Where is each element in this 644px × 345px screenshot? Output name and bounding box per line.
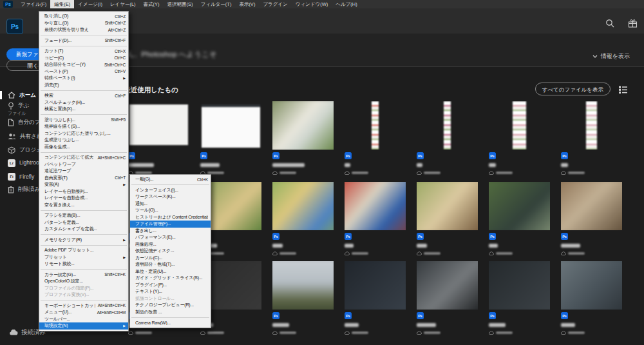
edit-menu-item[interactable]: Adobe PDF プリセット... [39, 247, 128, 254]
menubar-item[interactable]: ウィンドウ(W) [292, 0, 332, 8]
recent-file-card[interactable]: Ps [417, 182, 478, 255]
recent-file-card[interactable]: Ps [417, 261, 478, 335]
edit-menu-item[interactable]: 空を置き換え... [39, 202, 128, 209]
edit-menu-item[interactable]: プロファイル変換(V)... [39, 291, 128, 299]
recent-file-card[interactable]: Ps [489, 101, 550, 175]
menubar-item[interactable]: 選択範囲(S) [164, 0, 197, 8]
recent-file-card[interactable]: Ps [561, 182, 622, 255]
edit-menu-item[interactable]: 境界線を描く(S)... [39, 123, 128, 130]
edit-menu-item[interactable]: 変形(A)▶ [39, 181, 128, 188]
edit-menu-item[interactable]: ブラシを定義(B)... [39, 212, 128, 219]
edit-menu-item[interactable]: キーボードショートカット...Alt+Shift+Ctrl+K [39, 302, 128, 310]
pref-submenu-item[interactable]: 仮想記憶ディスク... [130, 248, 211, 255]
pref-submenu-item[interactable]: ツール(O)... [130, 207, 211, 214]
menubar-item[interactable]: 表示(V) [235, 0, 259, 8]
pref-submenu-item[interactable]: 通知... [130, 201, 211, 208]
edit-menu-item[interactable]: 塗りつぶし(L)...Shift+F5 [39, 117, 128, 124]
pref-submenu-item[interactable]: ガイド・グリッド・スライス(S)... [130, 275, 211, 282]
recent-file-card[interactable]: Ps [128, 101, 189, 175]
file-thumbnail[interactable] [345, 101, 406, 150]
edit-menu-item[interactable]: リモート接続... [39, 261, 128, 268]
pref-submenu-item[interactable]: パフォーマンス(E)... [130, 234, 211, 241]
edit-menu-item[interactable]: カラー設定(G)...Shift+Ctrl+K [39, 271, 128, 279]
file-thumbnail[interactable] [345, 182, 406, 230]
pref-submenu-item[interactable]: Camera Raw(W)... [130, 319, 211, 326]
show-info-toggle[interactable]: 情報を表示 [592, 52, 630, 61]
menubar-item[interactable]: ファイル(F) [17, 0, 50, 8]
edit-menu-item[interactable]: 検索Ctrl+F [39, 92, 128, 99]
recent-file-card[interactable]: Ps [200, 101, 261, 175]
edit-menu-item[interactable]: プリセット▶ [39, 254, 128, 261]
file-thumbnail[interactable] [417, 261, 478, 310]
recent-file-card[interactable]: Ps [561, 261, 622, 335]
file-thumbnail[interactable] [128, 101, 189, 150]
edit-menu-item[interactable]: 検索と置換(X)... [39, 106, 128, 113]
recent-file-card[interactable]: Ps [345, 182, 406, 255]
recent-file-card[interactable]: Ps [272, 261, 334, 335]
edit-menu-item[interactable]: 結合部分をコピー(Y)Shift+Ctrl+C [39, 61, 128, 68]
recent-file-card[interactable]: Ps [489, 182, 550, 255]
file-thumbnail[interactable] [417, 101, 478, 150]
file-thumbnail[interactable] [561, 182, 622, 230]
pref-submenu-item[interactable]: 拡張コントロール... [130, 295, 211, 302]
edit-menu-item[interactable]: メモリをクリア(R)▶ [39, 237, 128, 244]
edit-menu-item[interactable]: 生成塗りつぶし... [39, 137, 128, 144]
edit-menu-item[interactable]: 取り消し(O)Ctrl+Z [39, 13, 128, 20]
edit-menu-item[interactable]: 自由変形(T)Ctrl+T [39, 175, 128, 182]
file-thumbnail[interactable] [561, 261, 622, 310]
edit-menu-item[interactable]: 消去(E) [39, 82, 128, 89]
pref-submenu-item[interactable]: 単位・定規(U)... [130, 268, 211, 275]
menubar-item[interactable]: イメージ(I) [74, 0, 106, 8]
menubar-item[interactable]: フィルター(T) [197, 0, 236, 8]
edit-menu-item[interactable]: メニュー(U)...Alt+Shift+Ctrl+M [39, 309, 128, 316]
pref-submenu-item[interactable]: テキスト(Y)... [130, 288, 211, 295]
recent-file-card[interactable]: Ps [417, 101, 478, 175]
menubar-item[interactable]: 編集(E) [50, 0, 74, 8]
file-thumbnail[interactable] [272, 182, 334, 230]
edit-menu-item[interactable]: パペットワープ [39, 161, 128, 168]
edit-menu-item[interactable]: カスタムシェイプを定義... [39, 226, 128, 233]
file-thumbnail[interactable] [489, 182, 550, 230]
edit-menu-item[interactable]: パターンを定義... [39, 219, 128, 226]
list-view-icon[interactable] [618, 85, 628, 94]
pref-submenu-item[interactable]: ファイル管理(F)... [130, 221, 211, 228]
pref-submenu-item[interactable]: ヒストリーおよび Content Credentials(H)... [130, 214, 211, 221]
pref-submenu-item[interactable]: 製品の改善 ... [130, 309, 211, 316]
edit-menu-item[interactable]: コンテンツに応じて拡大・縮小Alt+Shift+Ctrl+C [39, 154, 128, 161]
edit-menu-item[interactable]: コピー(C)Ctrl+C [39, 55, 128, 62]
show-all-files-button[interactable]: すべてのファイルを表示 [535, 83, 611, 95]
file-thumbnail[interactable] [345, 261, 406, 310]
pref-submenu-item[interactable]: 一般(G)...Ctrl+K [130, 176, 211, 183]
file-thumbnail[interactable] [272, 261, 334, 310]
pref-submenu-item[interactable]: ワークスペース(K)... [130, 193, 211, 201]
edit-menu-item[interactable]: スペルチェック(H)... [39, 99, 128, 106]
edit-menu-item[interactable]: ツールバー... [39, 316, 128, 323]
pref-submenu-item[interactable]: 透明部分・色域(T)... [130, 261, 211, 268]
recent-file-card[interactable]: Ps [489, 261, 550, 335]
recent-file-card[interactable]: Ps [272, 101, 334, 175]
file-thumbnail[interactable] [561, 101, 622, 150]
pref-submenu-item[interactable]: 書き出し... [130, 228, 211, 235]
edit-menu-item[interactable]: フェード(D)...Shift+Ctrl+F [39, 37, 128, 44]
file-thumbnail[interactable] [200, 101, 261, 150]
edit-menu-item[interactable]: 最後の状態を切り替えAlt+Ctrl+Z [39, 26, 128, 34]
file-thumbnail[interactable] [489, 261, 550, 310]
file-thumbnail[interactable] [272, 101, 334, 150]
menubar-item[interactable]: ヘルプ(H) [332, 0, 361, 8]
pref-submenu-item[interactable]: インターフェイス(I)... [130, 187, 211, 194]
search-icon[interactable] [605, 19, 614, 28]
edit-menu-item[interactable]: OpenColorIO 設定... [39, 278, 128, 285]
menubar-item[interactable]: 書式(Y) [140, 0, 164, 8]
edit-menu-item[interactable]: 画像を生成... [39, 144, 128, 151]
recent-file-card[interactable]: Ps [272, 182, 334, 255]
edit-menu-item[interactable]: カット(T)Ctrl+X [39, 48, 128, 55]
gift-icon[interactable] [628, 19, 638, 28]
pref-submenu-item[interactable]: 画像処理... [130, 241, 211, 248]
edit-menu-item[interactable]: 環境設定(N)▶ [39, 322, 128, 330]
pref-submenu-item[interactable]: プラグイン(P)... [130, 282, 211, 289]
recent-file-card[interactable]: Ps [561, 101, 622, 175]
edit-menu-item[interactable]: レイヤーを自動整列... [39, 188, 128, 195]
edit-menu-item[interactable]: ペースト(P)Ctrl+V [39, 68, 128, 75]
pref-submenu-item[interactable]: カーソル(C)... [130, 255, 211, 262]
edit-menu-item[interactable]: やり直し(O)Shift+Ctrl+Z [39, 20, 128, 27]
